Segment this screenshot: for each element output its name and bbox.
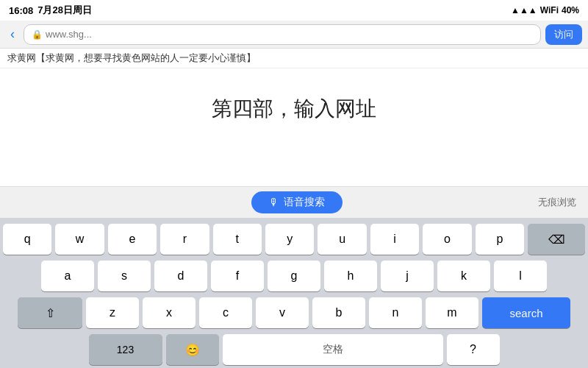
question-key[interactable]: ? <box>447 334 500 365</box>
key-c[interactable]: c <box>199 297 252 328</box>
key-v[interactable]: v <box>256 297 309 328</box>
key-g[interactable]: g <box>268 261 320 291</box>
wifi-icon: WiFi <box>540 5 559 15</box>
key-i[interactable]: i <box>370 224 419 255</box>
keyboard-section: 🎙 语音搜索 无痕浏览 q w e r t y u i o p ⌫ a <box>0 186 588 368</box>
key-w[interactable]: w <box>55 224 104 255</box>
status-time: 16:08 <box>9 5 33 16</box>
battery-label: 40% <box>562 5 579 15</box>
key-f[interactable]: f <box>211 261 264 291</box>
mic-icon: 🎙 <box>269 197 279 208</box>
key-z[interactable]: z <box>86 297 139 328</box>
key-a[interactable]: a <box>41 261 94 291</box>
voice-search-button[interactable]: 🎙 语音搜索 <box>251 191 343 213</box>
address-bar[interactable]: 🔒 <box>24 24 541 45</box>
shift-key[interactable]: ⇧ <box>18 297 82 328</box>
main-title: 第四部，输入网址 <box>212 95 376 123</box>
key-j[interactable]: j <box>381 261 434 291</box>
key-s[interactable]: s <box>98 261 151 291</box>
status-left: 16:08 7月28日周日 <box>9 4 92 17</box>
keyboard: q w e r t y u i o p ⌫ a s d f g h j <box>0 218 588 368</box>
status-bar: 16:08 7月28日周日 ▲▲▲ WiFi 40% <box>0 0 588 21</box>
signal-icon: ▲▲▲ <box>511 5 537 15</box>
key-x[interactable]: x <box>143 297 196 328</box>
keyboard-row-1: q w e r t y u i o p ⌫ <box>3 224 585 255</box>
key-b[interactable]: b <box>312 297 365 328</box>
space-key[interactable]: 空格 <box>223 334 443 365</box>
status-date: 7月28日周日 <box>37 4 92 17</box>
numbers-key[interactable]: 123 <box>89 334 162 365</box>
voice-bar: 🎙 语音搜索 无痕浏览 <box>0 186 588 218</box>
keyboard-row-3: ⇧ z x c v b n m search <box>3 297 585 328</box>
key-m[interactable]: m <box>426 297 478 328</box>
delete-key[interactable]: ⌫ <box>528 224 585 255</box>
back-button[interactable]: ‹ <box>6 26 19 42</box>
status-right: ▲▲▲ WiFi 40% <box>511 5 579 15</box>
voice-label: 语音搜索 <box>284 196 325 209</box>
key-h[interactable]: h <box>324 261 377 291</box>
main-content: 第四部，输入网址 <box>0 68 588 149</box>
key-t[interactable]: t <box>213 224 262 255</box>
visit-button[interactable]: 访问 <box>545 24 582 45</box>
key-e[interactable]: e <box>108 224 157 255</box>
search-key[interactable]: search <box>482 297 570 328</box>
key-k[interactable]: k <box>437 261 490 291</box>
keyboard-row-2: a s d f g h j k l <box>3 261 585 291</box>
key-r[interactable]: r <box>160 224 209 255</box>
marquee-text: 求黄网【求黄网，想要寻找黄色网站的人一定要小心谨慎】 <box>0 49 588 68</box>
key-o[interactable]: o <box>423 224 471 255</box>
key-l[interactable]: l <box>494 261 547 291</box>
browser-bar: ‹ 🔒 访问 <box>0 21 588 49</box>
key-u[interactable]: u <box>318 224 366 255</box>
key-q[interactable]: q <box>3 224 51 255</box>
incognito-label: 无痕浏览 <box>538 196 576 209</box>
key-n[interactable]: n <box>369 297 422 328</box>
keyboard-rows: q w e r t y u i o p ⌫ a s d f g h j <box>0 218 588 368</box>
keyboard-row-4: 123 😊 空格 ? <box>3 334 585 365</box>
emoji-key[interactable]: 😊 <box>166 334 219 365</box>
address-input[interactable] <box>46 29 533 40</box>
key-d[interactable]: d <box>154 261 207 291</box>
key-y[interactable]: y <box>265 224 314 255</box>
shield-icon: 🔒 <box>32 29 43 40</box>
key-p[interactable]: p <box>476 224 524 255</box>
